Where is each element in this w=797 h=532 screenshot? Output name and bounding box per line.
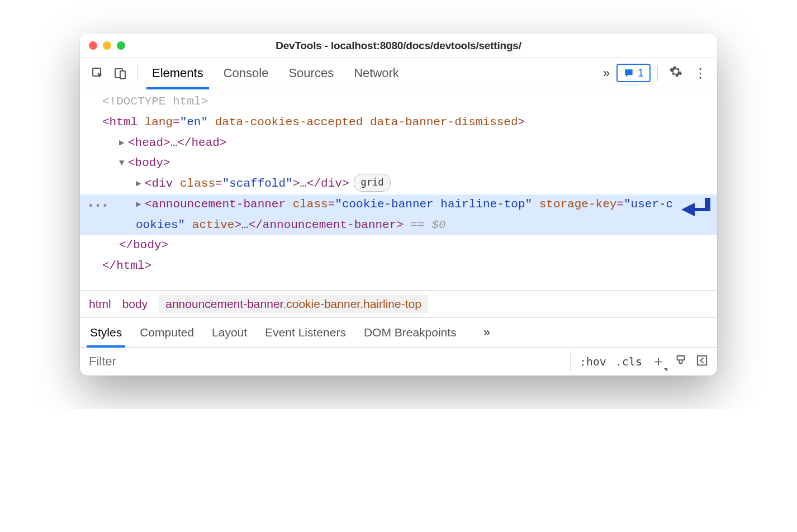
styles-toolbar: :hov .cls ＋	[80, 348, 717, 376]
toolbar-separator	[137, 65, 137, 81]
svg-rect-2	[120, 71, 125, 79]
panel-tabs: Elements Console Sources Network	[150, 59, 401, 87]
collapse-arrow-icon[interactable]: ▼	[119, 155, 127, 171]
styles-tabs: Styles Computed Layout Event Listeners D…	[80, 318, 717, 348]
gutter-menu-icon[interactable]: •••	[88, 198, 109, 216]
dom-html-open[interactable]: <html lang="en" data-cookies-accepted da…	[80, 112, 717, 133]
maximize-window-button[interactable]	[117, 41, 125, 50]
dom-tree[interactable]: <!DOCTYPE html> <html lang="en" data-coo…	[80, 88, 717, 290]
breadcrumb: html body announcement-banner.cookie-ban…	[80, 290, 717, 318]
dom-html-close[interactable]: </html>	[80, 256, 717, 277]
tab-styles[interactable]: Styles	[89, 322, 123, 343]
tab-elements[interactable]: Elements	[150, 59, 206, 87]
breadcrumb-body[interactable]: body	[122, 297, 148, 311]
issues-count: 1	[638, 66, 644, 79]
styles-filter-input[interactable]	[80, 348, 570, 376]
settings-icon[interactable]	[665, 65, 687, 82]
device-toolbar-icon[interactable]	[110, 63, 130, 83]
titlebar: DevTools - localhost:8080/docs/devtools/…	[80, 34, 717, 58]
expand-arrow-icon[interactable]: ▶	[136, 176, 144, 192]
expand-arrow-icon[interactable]: ▶	[136, 197, 144, 212]
dom-announcement-banner[interactable]: ••• ▶<announcement-banner class="cookie-…	[80, 194, 717, 236]
new-style-rule-icon[interactable]: ＋	[651, 352, 666, 371]
paint-brush-icon[interactable]	[675, 354, 687, 369]
tab-network[interactable]: Network	[352, 59, 401, 87]
tab-console[interactable]: Console	[221, 59, 271, 87]
close-window-button[interactable]	[89, 41, 97, 50]
dom-body-close[interactable]: </body>	[80, 235, 717, 256]
more-styles-tabs-icon[interactable]: »	[479, 325, 495, 340]
issues-icon	[623, 68, 634, 79]
traffic-lights	[89, 41, 125, 50]
tab-sources[interactable]: Sources	[286, 59, 336, 87]
devtools-window: DevTools - localhost:8080/docs/devtools/…	[80, 34, 717, 376]
breadcrumb-current[interactable]: announcement-banner.cookie-banner.hairli…	[159, 295, 428, 313]
select-element-icon[interactable]	[88, 63, 108, 83]
toolbar-separator	[657, 65, 658, 81]
tab-layout[interactable]: Layout	[211, 322, 248, 343]
expand-arrow-icon[interactable]: ▶	[119, 135, 127, 151]
dom-div-scaffold[interactable]: ▶<div class="scaffold">…</div>grid	[80, 174, 717, 194]
minimize-window-button[interactable]	[103, 41, 111, 50]
tab-event-listeners[interactable]: Event Listeners	[264, 322, 347, 343]
cls-button[interactable]: .cls	[615, 355, 642, 368]
dom-doctype[interactable]: <!DOCTYPE html>	[80, 92, 717, 112]
more-tabs-icon[interactable]: »	[599, 66, 614, 80]
computed-panel-icon[interactable]	[696, 354, 708, 369]
main-toolbar: Elements Console Sources Network » 1 ⋮	[80, 58, 717, 88]
hov-button[interactable]: :hov	[580, 355, 606, 368]
tab-computed[interactable]: Computed	[139, 322, 195, 343]
svg-rect-3	[698, 356, 707, 365]
dom-body-open[interactable]: ▼<body>	[80, 153, 717, 174]
window-title: DevTools - localhost:8080/docs/devtools/…	[89, 40, 708, 52]
dom-head[interactable]: ▶<head>…</head>	[80, 133, 717, 154]
breadcrumb-html[interactable]: html	[89, 297, 111, 311]
issues-badge[interactable]: 1	[616, 64, 651, 82]
more-options-icon[interactable]: ⋮	[689, 65, 711, 81]
grid-badge[interactable]: grid	[354, 174, 391, 192]
pointer-arrow-icon	[681, 198, 710, 231]
tab-dom-breakpoints[interactable]: DOM Breakpoints	[363, 322, 458, 343]
